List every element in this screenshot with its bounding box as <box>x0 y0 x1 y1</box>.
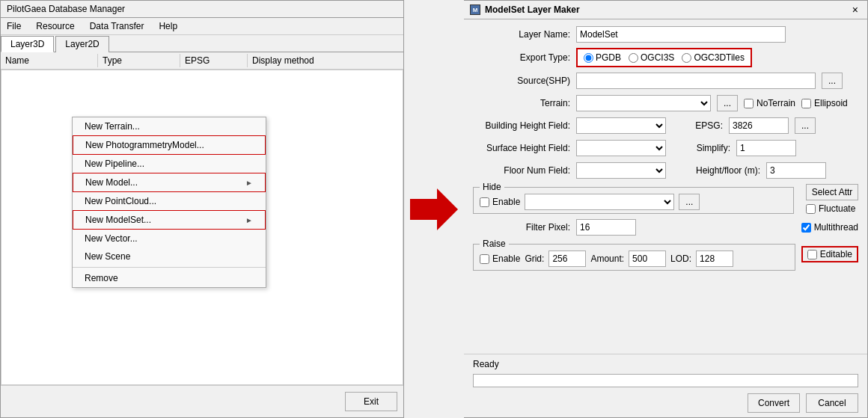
submenu-arrow-modelset: ► <box>245 216 253 224</box>
menu-remove[interactable]: Remove <box>73 269 266 287</box>
menu-data-transfer[interactable]: Data Transfer <box>87 19 147 33</box>
raise-enable-checkbox-item[interactable]: Enable <box>480 253 520 264</box>
raise-amount-input[interactable] <box>629 251 666 267</box>
raise-enable-checkbox[interactable] <box>480 254 489 264</box>
menu-new-pointcloud[interactable]: New PointCloud... <box>73 192 266 210</box>
filter-pixel-row: Filter Pixel: Multithread <box>473 218 858 236</box>
menu-resource[interactable]: Resource <box>33 19 77 33</box>
filter-pixel-label: Filter Pixel: <box>473 222 570 233</box>
terrain-row: Terrain: ... NoTerrain Ellipsoid <box>473 94 858 112</box>
context-menu: New Terrain... New PhotogrammetryModel..… <box>72 117 266 288</box>
app-title: PilotGaea Database Manager <box>1 1 403 18</box>
multithread-checkbox[interactable] <box>801 223 811 233</box>
simplify-input[interactable] <box>736 140 796 156</box>
filter-pixel-input[interactable] <box>576 219 636 236</box>
left-panel: PilotGaea Database Manager File Resource… <box>0 0 404 418</box>
raise-lod-input[interactable] <box>696 251 733 267</box>
floor-num-select[interactable] <box>576 162 666 179</box>
export-type-label: Export Type: <box>473 52 570 63</box>
radio-ogc3dtiles-input[interactable] <box>682 53 691 63</box>
surface-height-label: Surface Height Field: <box>473 143 570 153</box>
arrow-head <box>437 188 458 230</box>
close-button[interactable]: × <box>849 4 861 16</box>
menu-new-model[interactable]: New Model... ► <box>73 173 266 192</box>
terrain-select[interactable] <box>576 95 711 111</box>
source-shp-row: Source(SHP) ... <box>473 72 858 90</box>
floor-num-row: Floor Num Field: Height/floor (m): <box>473 162 858 179</box>
layer-name-input[interactable] <box>576 26 786 43</box>
right-side-controls: Select Attr Fluctuate <box>806 184 858 214</box>
hide-browse[interactable]: ... <box>679 194 700 210</box>
epsg-input[interactable] <box>729 117 789 134</box>
source-shp-browse[interactable]: ... <box>822 73 843 89</box>
surface-height-row: Surface Height Field: Simplify: <box>473 139 858 157</box>
terrain-browse[interactable]: ... <box>717 95 738 111</box>
radio-pgdb-input[interactable] <box>584 53 593 63</box>
cancel-button[interactable]: Cancel <box>806 393 858 413</box>
height-floor-input[interactable] <box>766 162 826 179</box>
dialog-title: M ModelSet Layer Maker <box>470 4 580 15</box>
menu-help[interactable]: Help <box>156 19 180 33</box>
raise-row: Raise Enable Grid: Amount: LOD: <box>473 241 858 271</box>
epsg-label: EPSG: <box>685 120 723 131</box>
building-height-label: Building Height Field: <box>473 120 570 131</box>
building-height-select[interactable] <box>576 117 666 134</box>
select-attr-button[interactable]: Select Attr <box>806 184 858 200</box>
editable-checkbox[interactable] <box>807 250 817 259</box>
submenu-arrow: ► <box>245 179 253 187</box>
menu-new-terrain[interactable]: New Terrain... <box>73 117 266 135</box>
editable-container: Editable <box>801 241 858 268</box>
epsg-browse[interactable]: ... <box>795 117 816 134</box>
raise-grid-input[interactable] <box>548 251 586 267</box>
arrow-container <box>404 0 464 418</box>
noterrrain-checkbox-item[interactable]: NoTerrain <box>744 98 795 108</box>
ellipsoid-checkbox[interactable] <box>801 99 811 108</box>
multithread-checkbox-item[interactable]: Multithread <box>801 222 858 233</box>
hide-group: Hide Enable ... <box>473 187 794 214</box>
source-shp-label: Source(SHP) <box>473 76 570 86</box>
raise-lod-label: LOD: <box>670 253 691 264</box>
menu-new-photogrammetry[interactable]: New PhotogrammetryModel... <box>73 135 266 155</box>
radio-ogci3s-input[interactable] <box>629 53 638 63</box>
menu-new-vector[interactable]: New Vector... <box>73 230 266 248</box>
source-shp-input[interactable] <box>576 73 816 89</box>
editable-checkbox-box[interactable]: Editable <box>801 246 858 262</box>
layer-name-row: Layer Name: <box>473 25 858 43</box>
raise-amount-label: Amount: <box>590 253 624 264</box>
menu-new-pipeline[interactable]: New Pipeline... <box>73 155 266 173</box>
floor-num-label: Floor Num Field: <box>473 165 570 176</box>
table-header: Name Type EPSG Display method <box>1 52 403 70</box>
hide-row: Hide Enable ... Select Attr <box>473 184 858 214</box>
arrow-shaft <box>410 199 437 220</box>
right-panel: M ModelSet Layer Maker × Layer Name: Exp… <box>464 0 868 418</box>
fluctuate-checkbox[interactable] <box>806 204 816 214</box>
raise-group-title: Raise <box>480 239 509 249</box>
menu-new-scene[interactable]: New Scene <box>73 248 266 265</box>
height-floor-label: Height/floor (m): <box>685 165 760 176</box>
menu-file[interactable]: File <box>4 19 24 33</box>
radio-ogci3s[interactable]: OGCI3S <box>629 52 674 63</box>
exit-button[interactable]: Exit <box>345 392 397 411</box>
tab-layer3d[interactable]: Layer3D <box>1 36 54 52</box>
terrain-label: Terrain: <box>473 98 570 108</box>
right-title-bar: M ModelSet Layer Maker × <box>464 1 867 19</box>
hide-enable-checkbox-item[interactable]: Enable <box>480 197 520 207</box>
hide-attr-select[interactable] <box>525 194 674 210</box>
export-type-group: PGDB OGCI3S OGC3DTiles <box>576 48 752 67</box>
hide-group-title: Hide <box>480 182 504 192</box>
export-type-row: Export Type: PGDB OGCI3S OGC3DTiles <box>473 48 858 67</box>
radio-pgdb[interactable]: PGDB <box>584 52 621 63</box>
hide-enable-checkbox[interactable] <box>480 197 489 207</box>
convert-button[interactable]: Convert <box>748 393 800 413</box>
ellipsoid-checkbox-item[interactable]: Ellipsoid <box>801 98 848 108</box>
tab-layer2d[interactable]: Layer2D <box>55 36 109 52</box>
radio-ogc3dtiles[interactable]: OGC3DTiles <box>682 52 745 63</box>
fluctuate-checkbox-item[interactable]: Fluctuate <box>806 203 858 214</box>
title-icon: M <box>470 4 480 15</box>
noterrrain-checkbox[interactable] <box>744 99 754 108</box>
raise-group-content: Enable Grid: Amount: LOD: <box>480 248 789 267</box>
right-content: Layer Name: Export Type: PGDB OGCI3S <box>464 19 867 354</box>
building-height-row: Building Height Field: EPSG: ... <box>473 117 858 135</box>
menu-new-modelset[interactable]: New ModelSet... ► <box>73 210 266 230</box>
surface-height-select[interactable] <box>576 140 666 156</box>
